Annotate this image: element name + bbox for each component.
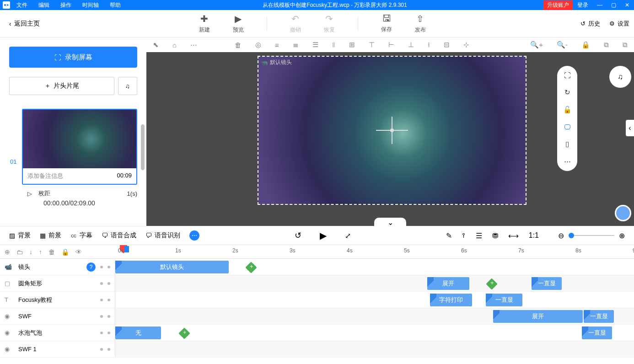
duplicate-icon[interactable]: ⧉ — [623, 41, 628, 49]
slide-note[interactable]: 添加备注信息 — [27, 172, 63, 180]
subtitle-button[interactable]: ㏄字幕 — [70, 231, 92, 240]
ratio-icon[interactable]: 1:1 — [529, 231, 539, 240]
expand-icon[interactable]: ⤢ — [345, 231, 351, 240]
timeline-clip[interactable]: 字符打印 — [430, 294, 472, 306]
monitor-icon[interactable]: 🖵 — [564, 123, 571, 131]
minimize-icon[interactable]: — — [593, 2, 607, 8]
guides-icon[interactable]: ⊹ — [463, 41, 469, 49]
timeline-clip[interactable]: 无 — [115, 327, 161, 339]
new-button[interactable]: ✚新建 — [199, 13, 210, 34]
keyframe-add-icon[interactable] — [486, 278, 497, 289]
align-right-icon[interactable]: ☰ — [312, 41, 318, 49]
help-icon[interactable]: ? — [86, 262, 96, 272]
filter2-icon[interactable]: ☰ — [476, 231, 482, 240]
timeline-clip[interactable]: 一直显 — [486, 294, 522, 306]
fullscreen-icon[interactable]: ⛶ — [564, 71, 571, 79]
history-button[interactable]: ↺历史 — [580, 20, 600, 28]
back-home-button[interactable]: ‹ 返回主页 — [5, 20, 44, 28]
menu-help[interactable]: 帮助 — [104, 1, 126, 9]
settings-button[interactable]: ⚙设置 — [609, 20, 629, 28]
more-h-icon[interactable]: ⋯ — [190, 41, 197, 49]
timeline-clip[interactable]: 一直显 — [582, 327, 612, 339]
more-icon[interactable]: ⋯ — [564, 157, 571, 166]
time-ruler[interactable]: 0s1s2s3s4s5s6s7s8s9s — [115, 245, 634, 258]
delete-icon[interactable]: 🗑 — [235, 41, 242, 49]
track-label[interactable]: ▢圆角矩形 — [0, 275, 115, 291]
slide-thumbnail[interactable]: 添加备注信息 00:09 — [22, 109, 137, 185]
upgrade-button[interactable]: 升级账户 — [543, 0, 573, 10]
zoom-out-icon[interactable]: ⊖ — [558, 231, 564, 240]
undo-button[interactable]: ↶撤销 — [290, 13, 301, 34]
timeline-clip[interactable]: 默认镜头 — [115, 261, 229, 273]
lock-track-icon[interactable]: 🔒 — [61, 248, 69, 256]
align-top-icon[interactable]: ⊤ — [369, 41, 375, 49]
up-icon[interactable]: ↑ — [39, 248, 42, 256]
focus-icon[interactable]: ◎ — [255, 41, 261, 49]
menu-action[interactable]: 操作 — [55, 1, 77, 9]
eye-icon[interactable]: 👁 — [75, 248, 82, 256]
tts-button[interactable]: 🗨语音合成 — [102, 231, 136, 240]
track-label[interactable]: 📹镜头? — [0, 259, 115, 275]
fit-icon[interactable]: ⟷ — [508, 231, 519, 240]
timeline-clip[interactable]: 一直显 — [532, 277, 562, 290]
background-button[interactable]: ▨背景 — [9, 231, 31, 240]
copy-icon[interactable]: ⧉ — [604, 41, 609, 49]
zoom-in-icon[interactable]: 🔍+ — [530, 41, 543, 49]
preview-button[interactable]: ▶预览 — [233, 13, 244, 34]
layout-icon[interactable]: ⊟ — [444, 41, 450, 49]
track-label[interactable]: TFocusky教程 — [0, 292, 115, 308]
track-lane[interactable]: 无一直显 — [115, 325, 634, 341]
track-label[interactable]: ◉SWF — [0, 308, 115, 324]
lock-icon[interactable]: 🔒 — [581, 41, 590, 49]
edit-icon[interactable]: ✎ — [446, 231, 452, 240]
record-screen-button[interactable]: ⛶ 录制屏幕 — [9, 47, 137, 68]
align-left-icon[interactable]: ≡ — [275, 41, 279, 49]
asr-button[interactable]: 🗩语音识别 — [145, 231, 180, 240]
distribute-h-icon[interactable]: ⫴ — [332, 41, 335, 49]
play-small-icon[interactable]: ▷ — [27, 190, 32, 197]
publish-button[interactable]: ⇧发布 — [415, 13, 426, 34]
close-icon[interactable]: ✕ — [620, 2, 634, 8]
add-track-icon[interactable]: ⊕ — [5, 248, 10, 256]
down-icon[interactable]: ↓ — [29, 248, 32, 256]
user-avatar[interactable] — [615, 205, 631, 221]
folder-icon[interactable]: 🗀 — [16, 248, 23, 256]
mobile-icon[interactable]: ▯ — [565, 140, 569, 148]
save-button[interactable]: 🖫保存 — [381, 13, 392, 34]
login-button[interactable]: 登录 — [573, 1, 593, 9]
canvas-frame[interactable]: 📹 默认镜头 — [258, 56, 527, 205]
pull-down-handle[interactable]: ⌄ — [374, 218, 406, 227]
music-button[interactable]: ♫ — [118, 77, 137, 95]
foreground-button[interactable]: ▦前景 — [40, 231, 61, 240]
music-floating-button[interactable]: ♫ — [609, 66, 631, 88]
timeline-clip[interactable]: 展开 — [427, 277, 469, 290]
trash-icon[interactable]: 🗑 — [48, 248, 55, 256]
track-lane[interactable]: 字符打印一直显 — [115, 292, 634, 308]
distribute-v-icon[interactable]: ⫲ — [428, 41, 430, 49]
menu-file[interactable]: 文件 — [11, 1, 33, 9]
sliders-icon[interactable]: ⛃ — [492, 231, 498, 240]
more-tools-button[interactable]: ⋯ — [189, 230, 199, 241]
menu-timeline[interactable]: 时间轴 — [77, 1, 104, 9]
playhead-flag[interactable] — [124, 246, 129, 252]
left-scrollbar[interactable] — [141, 124, 145, 170]
timeline-clip[interactable]: 展开 — [493, 310, 583, 323]
group-icon[interactable]: ⊞ — [349, 41, 355, 49]
align-mid-icon[interactable]: ⊢ — [388, 41, 394, 49]
intro-outro-button[interactable]: ＋片头片尾 — [9, 77, 114, 95]
track-lane[interactable]: 展开一直显 — [115, 308, 634, 324]
canvas-main[interactable]: 📹 默认镜头 ⛶ ↻ 🔓 🖵 ▯ ⋯ ♫ ‹ ⌄ — [146, 52, 634, 226]
menu-edit[interactable]: 编辑 — [33, 1, 55, 9]
track-lane[interactable]: 默认镜头 — [115, 259, 634, 275]
rewind-icon[interactable]: ↺ — [295, 230, 301, 241]
track-lane[interactable]: 展开一直显 — [115, 275, 634, 291]
keyframe-add-icon[interactable] — [245, 262, 257, 273]
align-center-icon[interactable]: ≣ — [293, 41, 299, 49]
home-icon[interactable]: ⌂ — [172, 41, 177, 49]
maximize-icon[interactable]: ▢ — [607, 2, 620, 8]
track-label[interactable]: ◉水泡气泡 — [0, 325, 115, 341]
track-lane[interactable] — [115, 341, 634, 357]
keyframe-add-icon[interactable] — [178, 327, 190, 339]
zoom-slider[interactable] — [569, 235, 614, 236]
expand-right-tab[interactable]: ‹ — [626, 120, 634, 136]
